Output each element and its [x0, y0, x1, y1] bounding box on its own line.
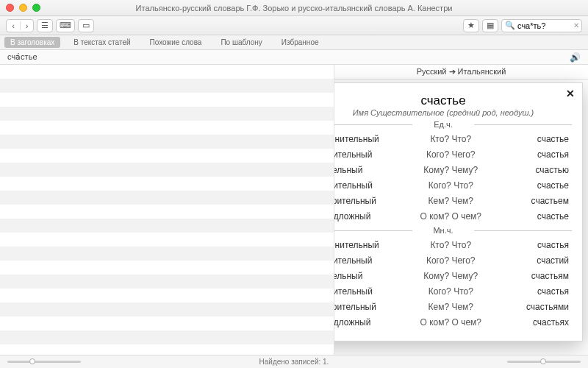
- tab-headers[interactable]: В заголовках: [4, 37, 60, 48]
- zoom-slider-right[interactable]: [507, 360, 581, 364]
- tab-articles[interactable]: В текстах статей: [68, 37, 136, 48]
- tab-favorites[interactable]: Избранное: [276, 37, 325, 48]
- sound-icon[interactable]: 🔊: [570, 52, 581, 63]
- search-icon: 🔍: [505, 21, 515, 30]
- declension-plural: ИменительныйКто? Что?счастья Родительный…: [334, 236, 572, 330]
- tab-similar[interactable]: Похожие слова: [144, 37, 208, 48]
- language-direction: Русский ➔ Итальянский: [334, 65, 588, 79]
- headword: сча́стье: [7, 52, 37, 62]
- window-controls: [6, 4, 50, 12]
- singular-label: Ед.ч.: [334, 120, 572, 129]
- keyboard-button[interactable]: ⌨: [56, 19, 75, 32]
- nav-buttons: ‹ ›: [6, 19, 34, 32]
- result-header: сча́стье 🔊: [0, 50, 588, 65]
- zoom-slider-left[interactable]: [7, 360, 81, 364]
- close-window-button[interactable]: [6, 4, 14, 12]
- back-button[interactable]: ‹: [7, 21, 20, 30]
- close-icon[interactable]: ✕: [566, 88, 575, 99]
- toolbar: ‹ › ☰ ⌨ ▭ ★ ▦ 🔍 ✕: [0, 16, 588, 35]
- declension-singular: ИменительныйКто? Что?счастье Родительный…: [334, 130, 572, 224]
- zoom-window-button[interactable]: [32, 4, 40, 12]
- forward-button[interactable]: ›: [20, 21, 33, 30]
- star-button[interactable]: ★: [463, 19, 479, 32]
- window-title: Итальянско-русский словарь Г.Ф. Зорько и…: [50, 4, 538, 13]
- titlebar: Итальянско-русский словарь Г.Ф. Зорько и…: [0, 0, 588, 16]
- search-input[interactable]: [517, 21, 573, 30]
- layout-button[interactable]: ▦: [482, 19, 498, 32]
- article-pane: Русский ➔ Итальянский сча́ 1. f ▶( 2. ( …: [334, 65, 588, 355]
- declension-popup: ✕ счастье Имя Существительное (средний р…: [334, 82, 583, 342]
- plural-label: Мн.ч.: [334, 226, 572, 235]
- status-text: Найдено записей: 1.: [259, 358, 329, 366]
- status-bar: Найдено записей: 1.: [0, 355, 588, 368]
- minimize-window-button[interactable]: [19, 4, 27, 12]
- clear-search-icon[interactable]: ✕: [573, 21, 579, 29]
- search-field[interactable]: 🔍 ✕: [501, 19, 582, 32]
- tab-pattern[interactable]: По шаблону: [215, 37, 268, 48]
- history-button[interactable]: ☰: [37, 19, 53, 32]
- tab-bar: В заголовках В текстах статей Похожие сл…: [0, 35, 588, 50]
- results-list[interactable]: [0, 65, 334, 355]
- table-button[interactable]: ▭: [78, 19, 94, 32]
- popup-title: счастье: [334, 93, 572, 108]
- part-of-speech: Имя Существительное (средний род, неодуш…: [334, 108, 572, 117]
